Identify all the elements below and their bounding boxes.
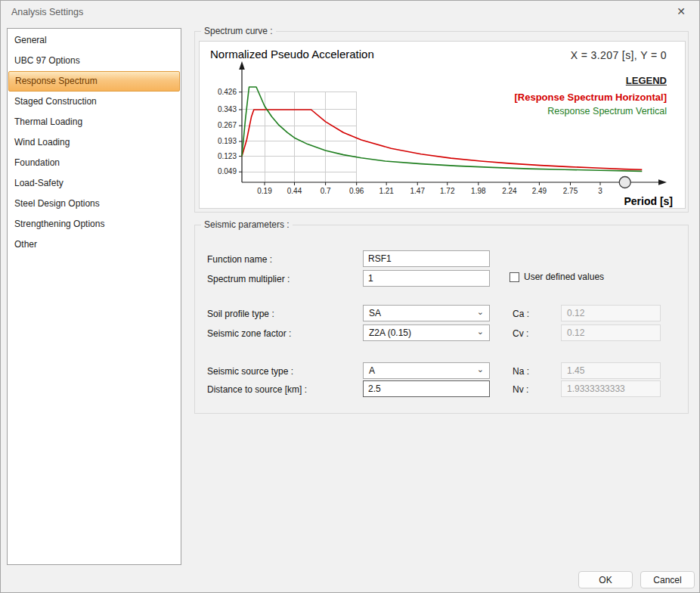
chevron-down-icon: ⌄ — [477, 308, 484, 316]
cursor-readout: X = 3.207 [s], Y = 0 — [571, 49, 667, 61]
soil-profile-select[interactable]: SA ⌄ — [363, 305, 490, 321]
x-axis-label: Period [s] — [624, 195, 673, 207]
svg-text:0.123: 0.123 — [218, 152, 237, 160]
chevron-down-icon: ⌄ — [477, 328, 484, 336]
seismic-source-select[interactable]: A ⌄ — [363, 362, 490, 379]
seismic-zone-label: Seismic zone factor : — [207, 328, 291, 339]
sidebar-item-steel-design-options[interactable]: Steel Design Options — [8, 194, 180, 214]
function-name-input[interactable] — [363, 250, 490, 267]
spectrum-curve-group: Spectrum curve : 0.190.440.70.961.211.47… — [194, 31, 689, 213]
soil-profile-value: SA — [369, 308, 381, 318]
chevron-down-icon: ⌄ — [477, 365, 484, 374]
sidebar-item-general[interactable]: General — [8, 30, 180, 51]
window-title: Analysis Settings — [11, 7, 83, 17]
svg-text:1.21: 1.21 — [379, 187, 394, 195]
spectrum-chart-svg[interactable]: 0.190.440.70.961.211.471.721.982.242.492… — [200, 42, 685, 208]
function-name-label: Function name : — [207, 254, 272, 265]
svg-text:1.98: 1.98 — [471, 187, 486, 195]
legend-title: LEGEND — [626, 75, 667, 86]
svg-text:2.49: 2.49 — [532, 187, 547, 195]
spectrum-multiplier-input[interactable] — [363, 270, 490, 287]
user-defined-values-checkbox[interactable]: User defined values — [510, 272, 604, 282]
svg-text:0.049: 0.049 — [218, 167, 237, 175]
params-group-label: Seismic parameters : — [201, 219, 293, 230]
period-marker[interactable] — [619, 177, 630, 188]
user-defined-values-label: User defined values — [524, 272, 604, 282]
svg-text:0.426: 0.426 — [218, 88, 237, 96]
soil-profile-label: Soil profile type : — [207, 309, 274, 319]
close-icon[interactable]: ✕ — [674, 5, 689, 17]
svg-text:0.267: 0.267 — [218, 121, 237, 129]
sidebar-item-ubc-97-options[interactable]: UBC 97 Options — [8, 51, 180, 71]
spectrum-chart: 0.190.440.70.961.211.471.721.982.242.492… — [199, 41, 686, 209]
settings-nav: GeneralUBC 97 OptionsResponse SpectrumSt… — [7, 28, 181, 565]
svg-text:3: 3 — [598, 187, 602, 195]
titlebar[interactable]: Analysis Settings ✕ — [1, 1, 699, 23]
legend-entry-vertical: Response Spectrum Vertical — [514, 106, 667, 116]
ok-button[interactable]: OK — [578, 571, 633, 588]
ca-field: 0.12 — [561, 305, 661, 321]
cancel-button[interactable]: Cancel — [640, 571, 695, 588]
nv-field: 1.9333333333 — [561, 380, 661, 397]
seismic-zone-value: Z2A (0.15) — [369, 328, 411, 338]
sidebar-item-other[interactable]: Other — [8, 234, 180, 255]
seismic-source-label: Seismic source type : — [207, 366, 293, 377]
svg-text:2.75: 2.75 — [563, 187, 578, 195]
svg-text:1.72: 1.72 — [440, 187, 455, 195]
svg-text:0.7: 0.7 — [321, 187, 331, 195]
ca-label: Ca : — [513, 309, 529, 319]
spectrum-group-label: Spectrum curve : — [201, 26, 276, 36]
svg-text:0.193: 0.193 — [218, 137, 237, 145]
legend-entry-horizontal: [Response Spectrum Horizontal] — [514, 92, 667, 103]
analysis-settings-dialog: Analysis Settings ✕ GeneralUBC 97 Option… — [0, 0, 700, 593]
cv-label: Cv : — [513, 328, 528, 339]
svg-text:0.343: 0.343 — [218, 105, 237, 113]
nv-label: Nv : — [513, 384, 528, 395]
chart-legend: LEGEND [Response Spectrum Horizontal] Re… — [514, 73, 667, 116]
svg-text:2.24: 2.24 — [502, 187, 517, 195]
seismic-parameters-group: Seismic parameters : Function name : Spe… — [194, 225, 689, 414]
na-field: 1.45 — [561, 362, 661, 379]
sidebar-item-thermal-loading[interactable]: Thermal Loading — [8, 112, 180, 132]
checkbox-box-icon[interactable] — [510, 272, 519, 282]
svg-text:0.44: 0.44 — [287, 187, 302, 195]
svg-text:0.19: 0.19 — [257, 187, 272, 195]
seismic-zone-select[interactable]: Z2A (0.15) ⌄ — [363, 324, 490, 341]
svg-text:1.47: 1.47 — [410, 187, 426, 195]
sidebar-item-foundation[interactable]: Foundation — [8, 153, 180, 173]
distance-to-source-label: Distance to source [km] : — [207, 384, 307, 395]
sidebar-item-load-safety[interactable]: Load-Safety — [8, 173, 180, 194]
spectrum-multiplier-label: Spectrum multiplier : — [207, 274, 290, 284]
sidebar-item-staged-construction[interactable]: Staged Construction — [8, 92, 180, 112]
na-label: Na : — [513, 366, 529, 377]
sidebar-item-response-spectrum[interactable]: Response Spectrum — [8, 71, 180, 92]
cv-field: 0.12 — [561, 324, 661, 341]
sidebar-item-wind-loading[interactable]: Wind Loading — [8, 132, 180, 153]
sidebar-item-strengthening-options[interactable]: Strengthening Options — [8, 214, 180, 234]
distance-to-source-input[interactable] — [363, 380, 490, 397]
chart-title: Normalized Pseudo Acceleration — [210, 48, 374, 61]
seismic-source-value: A — [369, 365, 375, 376]
svg-text:0.96: 0.96 — [349, 187, 364, 195]
